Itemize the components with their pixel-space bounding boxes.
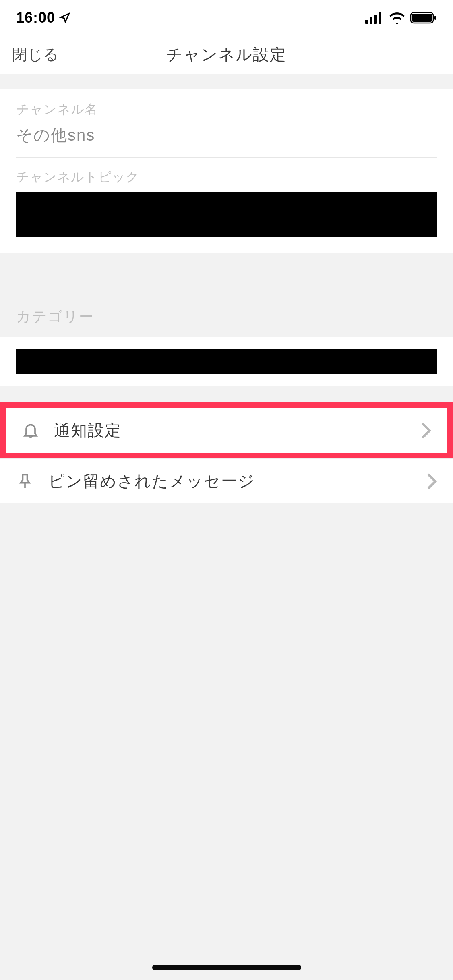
nav-header: 閉じる チャンネル設定 [0,35,453,74]
status-time: 16:00 [16,9,70,26]
spacer [0,74,453,89]
channel-topic-redacted[interactable] [16,192,437,237]
status-bar: 16:00 [0,0,453,35]
battery-icon [410,12,437,24]
notification-settings-row[interactable]: 通知設定 [6,408,447,453]
svg-rect-2 [374,15,377,24]
svg-rect-1 [370,17,372,24]
svg-rect-3 [379,12,381,24]
channel-topic-label: チャンネルトピック [16,168,437,186]
channel-name-label: チャンネル名 [16,101,437,118]
close-button[interactable]: 閉じる [12,44,59,65]
svg-rect-6 [434,16,436,20]
page-title: チャンネル設定 [0,44,453,66]
pin-icon [16,472,34,490]
cellular-icon [365,12,384,24]
channel-name-value[interactable]: その他sns [16,124,437,146]
category-value-row[interactable] [0,337,453,386]
bell-icon [22,422,39,439]
svg-rect-5 [412,14,432,22]
category-label: カテゴリー [16,307,437,327]
pinned-messages-row[interactable]: ピン留めされたメッセージ [0,458,453,503]
wifi-icon [389,12,405,24]
svg-rect-0 [365,20,368,24]
category-redacted [16,349,437,374]
location-icon [59,12,70,23]
chevron-right-icon [427,473,437,489]
status-time-text: 16:00 [16,9,55,26]
notification-settings-label: 通知設定 [54,419,422,441]
category-section: カテゴリー [0,285,453,337]
divider [16,157,437,158]
spacer [0,253,453,285]
highlight-annotation: 通知設定 [0,402,453,458]
home-indicator[interactable] [152,965,301,970]
chevron-right-icon [422,423,431,439]
pinned-messages-label: ピン留めされたメッセージ [48,470,427,492]
spacer [0,386,453,402]
channel-info-section: チャンネル名 その他sns チャンネルトピック [0,89,453,253]
status-icons [365,12,437,24]
